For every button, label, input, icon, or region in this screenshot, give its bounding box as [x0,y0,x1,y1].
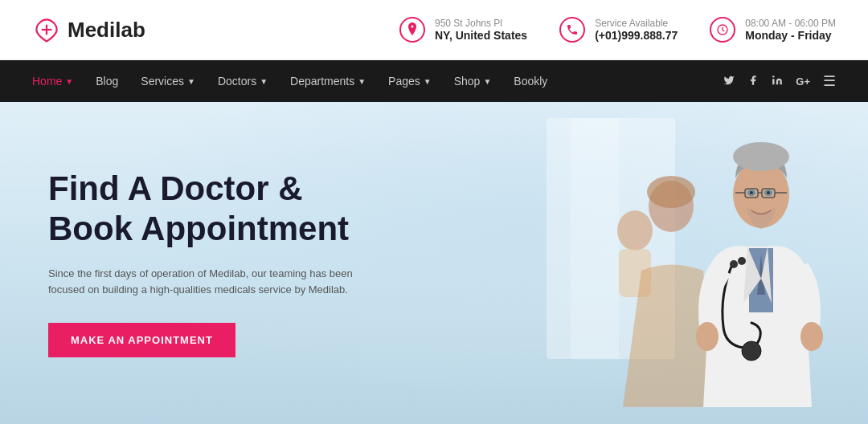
logo-text: Medilab [68,18,145,43]
svg-point-7 [617,210,653,251]
departments-caret-icon: ▼ [358,77,366,86]
hero-description: Since the first days of operation of Med… [48,266,370,300]
hamburger-icon[interactable]: ☰ [823,72,836,90]
address-info: 950 St Johns Pl NY, United States [399,17,527,43]
nav-item-bookly[interactable]: Bookly [514,75,547,88]
nav-label-pages: Pages [388,75,420,88]
googleplus-link[interactable]: G+ [796,75,810,88]
nav-label-departments: Departments [290,75,354,88]
nav-link-departments[interactable]: Departments ▼ [290,75,366,88]
hours-value: Monday - Friday [745,29,836,42]
svg-point-26 [767,191,770,194]
phone-label: Service Available [595,18,678,29]
nav-link-bookly[interactable]: Bookly [514,75,547,88]
nav-social: G+ ☰ [723,72,836,90]
nav-item-pages[interactable]: Pages ▼ [388,75,432,88]
hours-label: 08:00 AM - 06:00 PM [745,18,836,29]
nav-item-home[interactable]: Home ▼ [32,75,73,88]
linkedin-icon [772,75,783,86]
nav-link-doctors[interactable]: Doctors ▼ [218,75,268,88]
nav-label-home: Home [32,75,62,88]
googleplus-icon: G+ [796,75,810,88]
twitter-icon [723,75,735,86]
hours-text: 08:00 AM - 06:00 PM Monday - Friday [745,18,836,42]
address-text: 950 St Johns Pl NY, United States [435,18,527,42]
phone-icon [559,17,585,43]
top-bar: Medilab 950 St Johns Pl NY, United State… [0,0,868,60]
address-value: NY, United States [435,29,527,42]
nav-label-shop: Shop [454,75,481,88]
svg-point-14 [730,260,738,268]
phone-text: Service Available (+01)999.888.77 [595,18,678,42]
hero-section: Find A Doctor & Book Appointment Since t… [0,102,868,424]
hero-title: Find A Doctor & Book Appointment [48,169,370,250]
phone-info: Service Available (+01)999.888.77 [559,17,678,43]
location-icon [399,17,425,43]
linkedin-link[interactable] [772,75,783,88]
facebook-icon [747,75,759,86]
hero-content: Find A Doctor & Book Appointment Since t… [0,169,418,357]
home-caret-icon: ▼ [65,77,73,86]
svg-point-25 [750,191,753,194]
nav-label-services: Services [141,75,184,88]
navbar: Home ▼ Blog Services ▼ Doctors ▼ Departm… [0,60,868,102]
nav-link-pages[interactable]: Pages ▼ [388,75,432,88]
services-caret-icon: ▼ [187,77,195,86]
nav-item-blog[interactable]: Blog [96,75,118,88]
hours-info: 08:00 AM - 06:00 PM Monday - Friday [710,17,836,43]
svg-point-17 [733,142,789,171]
clock-icon [710,17,735,43]
nav-links: Home ▼ Blog Services ▼ Doctors ▼ Departm… [32,75,547,88]
address-label: 950 St Johns Pl [435,18,527,29]
twitter-link[interactable] [723,75,735,88]
svg-point-15 [738,257,746,265]
nav-link-shop[interactable]: Shop ▼ [454,75,492,88]
top-info: 950 St Johns Pl NY, United States Servic… [399,17,836,43]
nav-item-departments[interactable]: Departments ▼ [290,75,366,88]
nav-item-shop[interactable]: Shop ▼ [454,75,492,88]
svg-point-3 [772,75,774,77]
pages-caret-icon: ▼ [424,77,432,86]
shop-caret-icon: ▼ [483,77,491,86]
logo-icon [32,15,61,44]
doctors-caret-icon: ▼ [260,77,268,86]
nav-label-blog: Blog [96,75,118,88]
svg-rect-6 [571,118,619,359]
nav-link-home[interactable]: Home ▼ [32,75,73,88]
svg-point-10 [647,176,695,208]
nav-link-services[interactable]: Services ▼ [141,75,195,88]
hero-illustration [386,102,868,424]
nav-item-doctors[interactable]: Doctors ▼ [218,75,268,88]
nav-item-services[interactable]: Services ▼ [141,75,195,88]
logo[interactable]: Medilab [32,15,145,44]
appointment-button[interactable]: MAKE AN APPOINTMENT [48,323,235,357]
nav-link-blog[interactable]: Blog [96,75,118,88]
svg-point-13 [742,341,761,361]
facebook-link[interactable] [747,75,759,88]
nav-label-bookly: Bookly [514,75,547,88]
nav-label-doctors: Doctors [218,75,256,88]
svg-point-27 [696,322,719,351]
svg-point-28 [800,322,823,351]
phone-value: (+01)999.888.77 [595,29,678,42]
